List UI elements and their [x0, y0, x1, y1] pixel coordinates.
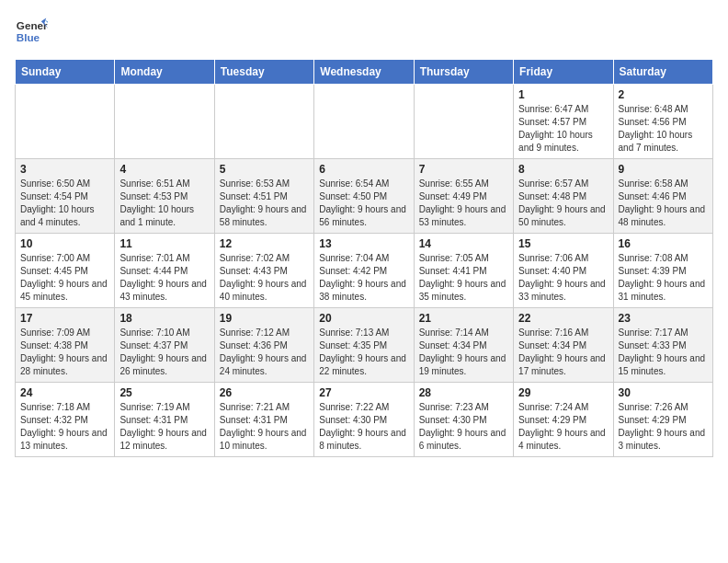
day-info: Sunrise: 6:57 AM Sunset: 4:48 PM Dayligh… — [518, 178, 608, 229]
day-info: Sunrise: 7:13 AM Sunset: 4:35 PM Dayligh… — [319, 327, 408, 378]
day-number: 10 — [20, 237, 109, 250]
day-cell: 22Sunrise: 7:16 AM Sunset: 4:34 PM Dayli… — [514, 308, 613, 383]
day-info: Sunrise: 7:21 AM Sunset: 4:31 PM Dayligh… — [220, 401, 309, 453]
day-info: Sunrise: 7:26 AM Sunset: 4:29 PM Dayligh… — [619, 401, 708, 453]
logo: General Blue — [15, 15, 48, 48]
day-number: 26 — [220, 386, 309, 399]
day-number: 18 — [119, 312, 209, 325]
day-cell — [16, 85, 115, 159]
week-row-3: 10Sunrise: 7:00 AM Sunset: 4:45 PM Dayli… — [16, 234, 713, 308]
day-info: Sunrise: 7:05 AM Sunset: 4:41 PM Dayligh… — [419, 252, 508, 304]
day-info: Sunrise: 7:12 AM Sunset: 4:36 PM Dayligh… — [220, 327, 309, 378]
week-row-2: 3Sunrise: 6:50 AM Sunset: 4:54 PM Daylig… — [16, 159, 713, 234]
calendar: SundayMondayTuesdayWednesdayThursdayFrid… — [15, 59, 713, 457]
weekday-header-wednesday: Wednesday — [314, 60, 414, 85]
day-cell: 27Sunrise: 7:22 AM Sunset: 4:30 PM Dayli… — [314, 383, 414, 457]
day-cell: 20Sunrise: 7:13 AM Sunset: 4:35 PM Dayli… — [314, 308, 414, 383]
day-info: Sunrise: 7:22 AM Sunset: 4:30 PM Dayligh… — [319, 401, 408, 453]
day-info: Sunrise: 7:09 AM Sunset: 4:38 PM Dayligh… — [20, 327, 109, 378]
day-info: Sunrise: 6:50 AM Sunset: 4:54 PM Dayligh… — [20, 178, 109, 229]
day-cell: 8Sunrise: 6:57 AM Sunset: 4:48 PM Daylig… — [514, 159, 613, 234]
day-cell: 29Sunrise: 7:24 AM Sunset: 4:29 PM Dayli… — [514, 383, 613, 457]
day-cell: 3Sunrise: 6:50 AM Sunset: 4:54 PM Daylig… — [16, 159, 115, 234]
weekday-header-thursday: Thursday — [414, 60, 513, 85]
day-info: Sunrise: 7:18 AM Sunset: 4:32 PM Dayligh… — [20, 401, 109, 453]
day-info: Sunrise: 7:24 AM Sunset: 4:29 PM Dayligh… — [518, 401, 608, 453]
day-info: Sunrise: 7:16 AM Sunset: 4:34 PM Dayligh… — [518, 327, 608, 378]
day-cell: 6Sunrise: 6:54 AM Sunset: 4:50 PM Daylig… — [314, 159, 414, 234]
day-number: 23 — [619, 312, 708, 325]
day-cell: 18Sunrise: 7:10 AM Sunset: 4:37 PM Dayli… — [115, 308, 214, 383]
day-info: Sunrise: 6:54 AM Sunset: 4:50 PM Dayligh… — [319, 178, 408, 229]
day-info: Sunrise: 7:23 AM Sunset: 4:30 PM Dayligh… — [419, 401, 508, 453]
day-cell: 17Sunrise: 7:09 AM Sunset: 4:38 PM Dayli… — [16, 308, 115, 383]
weekday-header-saturday: Saturday — [613, 60, 712, 85]
day-cell: 24Sunrise: 7:18 AM Sunset: 4:32 PM Dayli… — [16, 383, 115, 457]
day-number: 1 — [518, 88, 608, 101]
day-info: Sunrise: 7:00 AM Sunset: 4:45 PM Dayligh… — [20, 252, 109, 304]
week-row-5: 24Sunrise: 7:18 AM Sunset: 4:32 PM Dayli… — [16, 383, 713, 457]
day-number: 20 — [319, 312, 408, 325]
weekday-header-friday: Friday — [514, 60, 613, 85]
day-info: Sunrise: 7:04 AM Sunset: 4:42 PM Dayligh… — [319, 252, 408, 304]
day-number: 30 — [619, 386, 708, 399]
day-cell: 12Sunrise: 7:02 AM Sunset: 4:43 PM Dayli… — [214, 234, 313, 308]
header: General Blue — [15, 15, 713, 48]
day-number: 24 — [20, 386, 109, 399]
day-cell: 21Sunrise: 7:14 AM Sunset: 4:34 PM Dayli… — [414, 308, 513, 383]
day-number: 12 — [220, 237, 309, 250]
day-cell: 25Sunrise: 7:19 AM Sunset: 4:31 PM Dayli… — [115, 383, 214, 457]
day-cell: 5Sunrise: 6:53 AM Sunset: 4:51 PM Daylig… — [214, 159, 313, 234]
day-cell: 1Sunrise: 6:47 AM Sunset: 4:57 PM Daylig… — [514, 85, 613, 159]
day-cell: 16Sunrise: 7:08 AM Sunset: 4:39 PM Dayli… — [613, 234, 712, 308]
day-number: 22 — [518, 312, 608, 325]
day-cell: 23Sunrise: 7:17 AM Sunset: 4:33 PM Dayli… — [613, 308, 712, 383]
day-cell: 9Sunrise: 6:58 AM Sunset: 4:46 PM Daylig… — [613, 159, 712, 234]
day-number: 4 — [119, 163, 209, 176]
day-info: Sunrise: 7:08 AM Sunset: 4:39 PM Dayligh… — [619, 252, 708, 304]
day-cell: 28Sunrise: 7:23 AM Sunset: 4:30 PM Dayli… — [414, 383, 513, 457]
day-number: 21 — [419, 312, 508, 325]
day-number: 9 — [619, 163, 708, 176]
weekday-header-row: SundayMondayTuesdayWednesdayThursdayFrid… — [16, 60, 713, 85]
day-number: 14 — [419, 237, 508, 250]
day-info: Sunrise: 6:58 AM Sunset: 4:46 PM Dayligh… — [619, 178, 708, 229]
day-number: 16 — [619, 237, 708, 250]
day-cell: 14Sunrise: 7:05 AM Sunset: 4:41 PM Dayli… — [414, 234, 513, 308]
day-number: 13 — [319, 237, 408, 250]
day-cell: 13Sunrise: 7:04 AM Sunset: 4:42 PM Dayli… — [314, 234, 414, 308]
day-number: 28 — [419, 386, 508, 399]
day-cell: 15Sunrise: 7:06 AM Sunset: 4:40 PM Dayli… — [514, 234, 613, 308]
svg-text:Blue: Blue — [17, 31, 40, 43]
day-number: 2 — [619, 88, 708, 101]
day-info: Sunrise: 7:17 AM Sunset: 4:33 PM Dayligh… — [619, 327, 708, 378]
day-cell: 2Sunrise: 6:48 AM Sunset: 4:56 PM Daylig… — [613, 85, 712, 159]
day-number: 15 — [518, 237, 608, 250]
day-cell — [314, 85, 414, 159]
day-number: 29 — [518, 386, 608, 399]
day-cell — [115, 85, 214, 159]
day-info: Sunrise: 6:48 AM Sunset: 4:56 PM Dayligh… — [619, 103, 708, 155]
day-info: Sunrise: 6:47 AM Sunset: 4:57 PM Dayligh… — [518, 103, 608, 155]
day-cell: 30Sunrise: 7:26 AM Sunset: 4:29 PM Dayli… — [613, 383, 712, 457]
day-info: Sunrise: 7:02 AM Sunset: 4:43 PM Dayligh… — [220, 252, 309, 304]
day-cell: 7Sunrise: 6:55 AM Sunset: 4:49 PM Daylig… — [414, 159, 513, 234]
day-cell: 4Sunrise: 6:51 AM Sunset: 4:53 PM Daylig… — [115, 159, 214, 234]
weekday-header-sunday: Sunday — [16, 60, 115, 85]
day-info: Sunrise: 6:51 AM Sunset: 4:53 PM Dayligh… — [119, 178, 209, 229]
day-number: 11 — [119, 237, 209, 250]
logo-icon: General Blue — [15, 15, 48, 48]
day-cell: 19Sunrise: 7:12 AM Sunset: 4:36 PM Dayli… — [214, 308, 313, 383]
day-info: Sunrise: 7:01 AM Sunset: 4:44 PM Dayligh… — [119, 252, 209, 304]
day-number: 17 — [20, 312, 109, 325]
day-info: Sunrise: 7:10 AM Sunset: 4:37 PM Dayligh… — [119, 327, 209, 378]
day-info: Sunrise: 7:19 AM Sunset: 4:31 PM Dayligh… — [119, 401, 209, 453]
day-number: 25 — [119, 386, 209, 399]
day-number: 6 — [319, 163, 408, 176]
day-info: Sunrise: 7:14 AM Sunset: 4:34 PM Dayligh… — [419, 327, 508, 378]
day-cell: 11Sunrise: 7:01 AM Sunset: 4:44 PM Dayli… — [115, 234, 214, 308]
day-number: 8 — [518, 163, 608, 176]
day-cell: 10Sunrise: 7:00 AM Sunset: 4:45 PM Dayli… — [16, 234, 115, 308]
week-row-4: 17Sunrise: 7:09 AM Sunset: 4:38 PM Dayli… — [16, 308, 713, 383]
day-cell — [414, 85, 513, 159]
